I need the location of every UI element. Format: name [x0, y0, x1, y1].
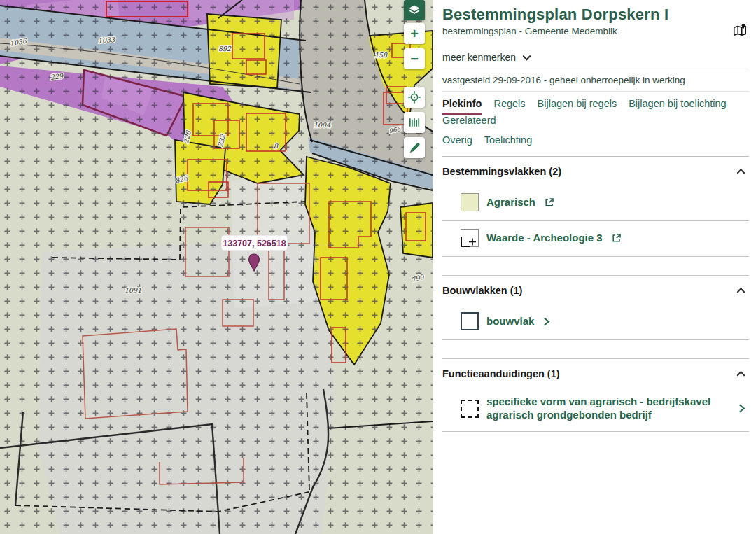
external-link-icon[interactable] [545, 197, 554, 207]
tab-gerelateerd[interactable]: Gerelateerd [442, 115, 496, 129]
section-functieaanduidingen: Functieaanduidingen (1) specifieke vorm … [442, 358, 749, 432]
panel-header: Bestemmingsplan Dorpskern I bestemmingsp… [442, 6, 749, 36]
chevron-up-icon [736, 370, 746, 378]
tab-overig[interactable]: Overig [442, 134, 472, 149]
chevron-right-icon[interactable] [542, 316, 551, 327]
svg-text:1004: 1004 [314, 121, 331, 129]
svg-text:892: 892 [218, 45, 232, 52]
coordinate-tooltip: 133707, 526518 [221, 235, 288, 251]
external-link-icon[interactable] [612, 233, 622, 243]
legend-item-label[interactable]: Waarde - Archeologie 3 [486, 232, 603, 245]
legend-item-waarde-archeologie[interactable]: Waarde - Archeologie 3 [442, 221, 749, 257]
functieaanduiding-swatch [461, 400, 479, 418]
page-title: Bestemmingsplan Dorpskern I [442, 6, 725, 24]
section-bestemmingsvlakken: Bestemmingsvlakken (2) Agrarisch Waard [442, 157, 749, 257]
tab-plekinfo[interactable]: Plekinfo [442, 98, 482, 115]
svg-text:1033: 1033 [98, 36, 116, 45]
chevron-up-icon [736, 286, 746, 295]
zoom-out-button[interactable]: − [404, 48, 425, 69]
ruler-bars-icon [407, 115, 421, 129]
layers-icon [407, 3, 421, 17]
tab-toelichting[interactable]: Toelichting [484, 134, 533, 149]
section-header-bestemmingsvlakken[interactable]: Bestemmingsvlakken (2) [442, 157, 749, 185]
chevron-down-icon [522, 53, 532, 62]
section-title: Bouwvlakken (1) [442, 285, 522, 296]
svg-text:133707, 526518: 133707, 526518 [223, 239, 286, 248]
waarde-archeologie-swatch [461, 229, 479, 247]
plan-subtitle: bestemmingsplan - Gemeente Medemblik [442, 26, 725, 36]
more-attributes-label: meer kenmerken [442, 52, 516, 63]
layers-button[interactable] [404, 0, 425, 20]
zoom-in-button[interactable]: + [404, 23, 425, 44]
tab-bijlagen-bij-toelichting[interactable]: Bijlagen bij toelichting [629, 98, 726, 115]
plan-viewer: 1036 1033 229 892 158 1004 8 826 226 232… [0, 0, 756, 534]
map-pin-icon[interactable] [732, 22, 748, 41]
svg-text:158: 158 [374, 51, 388, 59]
locate-button[interactable] [404, 87, 425, 108]
legend-item-label[interactable]: bouwvlak [486, 315, 534, 328]
section-title: Functieaanduidingen (1) [442, 368, 560, 379]
section-header-bouwvlakken[interactable]: Bouwvlakken (1) [442, 276, 749, 304]
pencil-button[interactable] [404, 137, 425, 158]
legend-item-agrarisch[interactable]: Agrarisch [442, 185, 749, 221]
measure-button[interactable] [404, 112, 425, 133]
minus-icon: − [410, 52, 419, 66]
svg-text:8: 8 [274, 142, 279, 150]
tab-bijlagen-bij-regels[interactable]: Bijlagen bij regels [538, 98, 617, 115]
section-bouwvlakken: Bouwvlakken (1) bouwvlak [442, 275, 749, 340]
archeology-pattern-overlay [0, 0, 433, 534]
agrarisch-swatch [461, 193, 479, 211]
more-attributes-toggle[interactable]: meer kenmerken [442, 45, 749, 69]
legend-item-label[interactable]: specifieke vorm van agrarisch - bedrijfs… [486, 395, 729, 422]
pencil-icon [408, 141, 421, 155]
legend-item-bouwvlak[interactable]: bouwvlak [442, 304, 749, 340]
tab-regels[interactable]: Regels [493, 98, 525, 115]
section-header-functieaanduidingen[interactable]: Functieaanduidingen (1) [442, 359, 749, 388]
map-area: 1036 1033 229 892 158 1004 8 826 226 232… [0, 0, 433, 534]
info-panel: Bestemmingsplan Dorpskern I bestemmingsp… [433, 0, 756, 534]
svg-text:1091: 1091 [125, 286, 141, 294]
chevron-up-icon [736, 167, 746, 176]
legend-item-label[interactable]: Agrarisch [486, 196, 536, 209]
plan-status: vastgesteld 29-09-2016 - geheel onherroe… [442, 69, 749, 92]
plus-icon: + [410, 27, 419, 41]
tab-bar: Plekinfo Regels Bijlagen bij regels Bijl… [442, 92, 749, 157]
target-icon [407, 90, 421, 104]
chevron-right-icon[interactable] [737, 403, 746, 414]
bouwvlak-swatch [461, 312, 479, 330]
legend-item-functieaanduiding[interactable]: specifieke vorm van agrarisch - bedrijfs… [442, 388, 749, 432]
section-title: Bestemmingsvlakken (2) [442, 166, 561, 177]
map-canvas[interactable]: 1036 1033 229 892 158 1004 8 826 226 232… [0, 0, 433, 534]
